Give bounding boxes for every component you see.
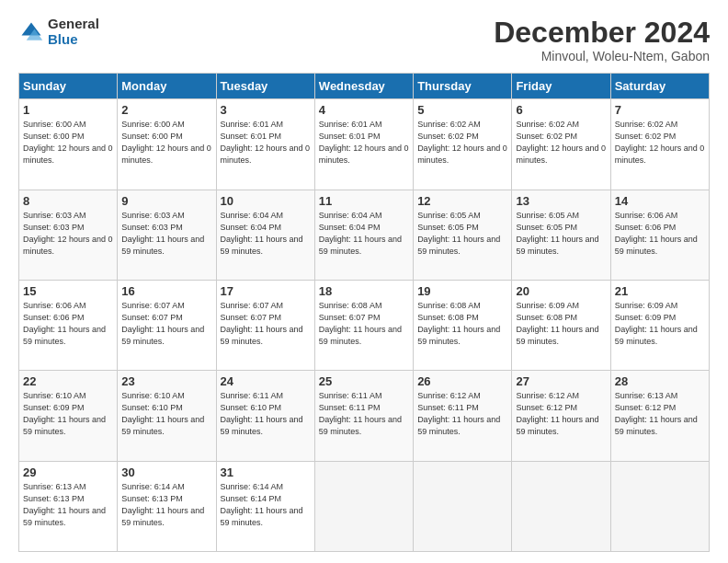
calendar-cell: 31Sunrise: 6:14 AMSunset: 6:14 PMDayligh…: [216, 461, 314, 551]
day-number: 10: [221, 194, 311, 208]
day-number: 30: [121, 465, 211, 479]
day-detail: Sunrise: 6:08 AMSunset: 6:07 PMDaylight:…: [319, 300, 409, 348]
day-detail: Sunrise: 6:01 AMSunset: 6:01 PMDaylight:…: [221, 119, 311, 167]
day-detail: Sunrise: 6:02 AMSunset: 6:02 PMDaylight:…: [516, 119, 606, 167]
calendar-cell: 22Sunrise: 6:10 AMSunset: 6:09 PMDayligh…: [19, 371, 118, 461]
day-detail: Sunrise: 6:01 AMSunset: 6:01 PMDaylight:…: [319, 119, 409, 167]
col-header-thursday: Thursday: [414, 74, 512, 99]
calendar-cell: 15Sunrise: 6:06 AMSunset: 6:06 PMDayligh…: [19, 280, 118, 370]
calendar-week-row: 8Sunrise: 6:03 AMSunset: 6:03 PMDaylight…: [19, 190, 710, 280]
day-number: 20: [516, 284, 606, 298]
col-header-tuesday: Tuesday: [216, 74, 314, 99]
calendar-cell: [314, 461, 413, 551]
calendar-cell: 20Sunrise: 6:09 AMSunset: 6:08 PMDayligh…: [512, 280, 610, 370]
day-detail: Sunrise: 6:12 AMSunset: 6:11 PMDaylight:…: [417, 390, 507, 438]
calendar-cell: 23Sunrise: 6:10 AMSunset: 6:10 PMDayligh…: [118, 371, 216, 461]
calendar-cell: 24Sunrise: 6:11 AMSunset: 6:10 PMDayligh…: [216, 371, 314, 461]
day-number: 18: [319, 284, 409, 298]
col-header-saturday: Saturday: [610, 74, 709, 99]
day-detail: Sunrise: 6:05 AMSunset: 6:05 PMDaylight:…: [417, 210, 507, 258]
calendar-table: SundayMondayTuesdayWednesdayThursdayFrid…: [18, 73, 710, 552]
day-number: 16: [121, 284, 211, 298]
calendar-cell: 4Sunrise: 6:01 AMSunset: 6:01 PMDaylight…: [314, 99, 413, 190]
day-detail: Sunrise: 6:09 AMSunset: 6:09 PMDaylight:…: [615, 300, 705, 348]
title-block: December 2024 Minvoul, Woleu-Ntem, Gabon: [494, 17, 710, 63]
day-number: 14: [615, 194, 705, 208]
calendar-cell: 21Sunrise: 6:09 AMSunset: 6:09 PMDayligh…: [610, 280, 709, 370]
calendar-cell: [610, 461, 709, 551]
day-detail: Sunrise: 6:00 AMSunset: 6:00 PMDaylight:…: [121, 119, 211, 167]
day-detail: Sunrise: 6:14 AMSunset: 6:13 PMDaylight:…: [121, 481, 211, 529]
day-number: 21: [615, 284, 705, 298]
day-number: 7: [615, 103, 705, 117]
day-number: 1: [23, 103, 113, 117]
calendar-cell: 28Sunrise: 6:13 AMSunset: 6:12 PMDayligh…: [610, 371, 709, 461]
calendar-cell: 30Sunrise: 6:14 AMSunset: 6:13 PMDayligh…: [118, 461, 216, 551]
day-number: 19: [417, 284, 507, 298]
calendar-cell: 9Sunrise: 6:03 AMSunset: 6:03 PMDaylight…: [118, 190, 216, 280]
day-detail: Sunrise: 6:07 AMSunset: 6:07 PMDaylight:…: [121, 300, 211, 348]
day-detail: Sunrise: 6:10 AMSunset: 6:10 PMDaylight:…: [121, 390, 211, 438]
day-number: 12: [417, 194, 507, 208]
day-number: 4: [319, 103, 409, 117]
day-detail: Sunrise: 6:04 AMSunset: 6:04 PMDaylight:…: [221, 210, 311, 258]
day-detail: Sunrise: 6:00 AMSunset: 6:00 PMDaylight:…: [23, 119, 113, 167]
logo-blue-text: Blue: [48, 32, 99, 48]
calendar-cell: 8Sunrise: 6:03 AMSunset: 6:03 PMDaylight…: [19, 190, 118, 280]
day-number: 5: [417, 103, 507, 117]
calendar-cell: 3Sunrise: 6:01 AMSunset: 6:01 PMDaylight…: [216, 99, 314, 190]
day-detail: Sunrise: 6:05 AMSunset: 6:05 PMDaylight:…: [516, 210, 606, 258]
calendar-cell: 2Sunrise: 6:00 AMSunset: 6:00 PMDaylight…: [118, 99, 216, 190]
calendar-week-row: 22Sunrise: 6:10 AMSunset: 6:09 PMDayligh…: [19, 371, 710, 461]
calendar-cell: 26Sunrise: 6:12 AMSunset: 6:11 PMDayligh…: [414, 371, 512, 461]
day-detail: Sunrise: 6:09 AMSunset: 6:08 PMDaylight:…: [516, 300, 606, 348]
day-number: 15: [23, 284, 113, 298]
day-detail: Sunrise: 6:03 AMSunset: 6:03 PMDaylight:…: [23, 210, 113, 258]
day-detail: Sunrise: 6:02 AMSunset: 6:02 PMDaylight:…: [615, 119, 705, 167]
day-detail: Sunrise: 6:14 AMSunset: 6:14 PMDaylight:…: [221, 481, 311, 529]
calendar-week-row: 29Sunrise: 6:13 AMSunset: 6:13 PMDayligh…: [19, 461, 710, 551]
calendar-cell: 11Sunrise: 6:04 AMSunset: 6:04 PMDayligh…: [314, 190, 413, 280]
day-number: 29: [23, 465, 113, 479]
calendar-cell: 25Sunrise: 6:11 AMSunset: 6:11 PMDayligh…: [314, 371, 413, 461]
calendar-cell: 19Sunrise: 6:08 AMSunset: 6:08 PMDayligh…: [414, 280, 512, 370]
calendar-week-row: 15Sunrise: 6:06 AMSunset: 6:06 PMDayligh…: [19, 280, 710, 370]
calendar-cell: [414, 461, 512, 551]
calendar-header-row: SundayMondayTuesdayWednesdayThursdayFrid…: [19, 74, 710, 99]
col-header-friday: Friday: [512, 74, 610, 99]
day-number: 31: [221, 465, 311, 479]
calendar-cell: 14Sunrise: 6:06 AMSunset: 6:06 PMDayligh…: [610, 190, 709, 280]
day-number: 23: [121, 374, 211, 388]
day-detail: Sunrise: 6:06 AMSunset: 6:06 PMDaylight:…: [615, 210, 705, 258]
calendar-cell: 18Sunrise: 6:08 AMSunset: 6:07 PMDayligh…: [314, 280, 413, 370]
calendar-cell: 5Sunrise: 6:02 AMSunset: 6:02 PMDaylight…: [414, 99, 512, 190]
day-detail: Sunrise: 6:13 AMSunset: 6:13 PMDaylight:…: [23, 481, 113, 529]
day-number: 8: [23, 194, 113, 208]
day-number: 2: [121, 103, 211, 117]
day-detail: Sunrise: 6:11 AMSunset: 6:10 PMDaylight:…: [221, 390, 311, 438]
calendar-cell: 1Sunrise: 6:00 AMSunset: 6:00 PMDaylight…: [19, 99, 118, 190]
day-number: 9: [121, 194, 211, 208]
calendar-cell: 12Sunrise: 6:05 AMSunset: 6:05 PMDayligh…: [414, 190, 512, 280]
main-title: December 2024: [494, 17, 710, 49]
day-number: 27: [516, 374, 606, 388]
col-header-wednesday: Wednesday: [314, 74, 413, 99]
col-header-monday: Monday: [118, 74, 216, 99]
header: General Blue December 2024 Minvoul, Wole…: [18, 17, 710, 63]
day-number: 28: [615, 374, 705, 388]
logo: General Blue: [18, 17, 99, 47]
day-detail: Sunrise: 6:13 AMSunset: 6:12 PMDaylight:…: [615, 390, 705, 438]
logo-text: General Blue: [48, 17, 99, 47]
day-detail: Sunrise: 6:12 AMSunset: 6:12 PMDaylight:…: [516, 390, 606, 438]
day-detail: Sunrise: 6:04 AMSunset: 6:04 PMDaylight:…: [319, 210, 409, 258]
calendar-cell: 16Sunrise: 6:07 AMSunset: 6:07 PMDayligh…: [118, 280, 216, 370]
day-detail: Sunrise: 6:03 AMSunset: 6:03 PMDaylight:…: [121, 210, 211, 258]
calendar-cell: 7Sunrise: 6:02 AMSunset: 6:02 PMDaylight…: [610, 99, 709, 190]
day-detail: Sunrise: 6:06 AMSunset: 6:06 PMDaylight:…: [23, 300, 113, 348]
calendar-cell: 13Sunrise: 6:05 AMSunset: 6:05 PMDayligh…: [512, 190, 610, 280]
calendar-cell: 27Sunrise: 6:12 AMSunset: 6:12 PMDayligh…: [512, 371, 610, 461]
calendar-cell: 29Sunrise: 6:13 AMSunset: 6:13 PMDayligh…: [19, 461, 118, 551]
day-number: 3: [221, 103, 311, 117]
logo-icon: [18, 19, 44, 45]
subtitle: Minvoul, Woleu-Ntem, Gabon: [494, 49, 710, 63]
